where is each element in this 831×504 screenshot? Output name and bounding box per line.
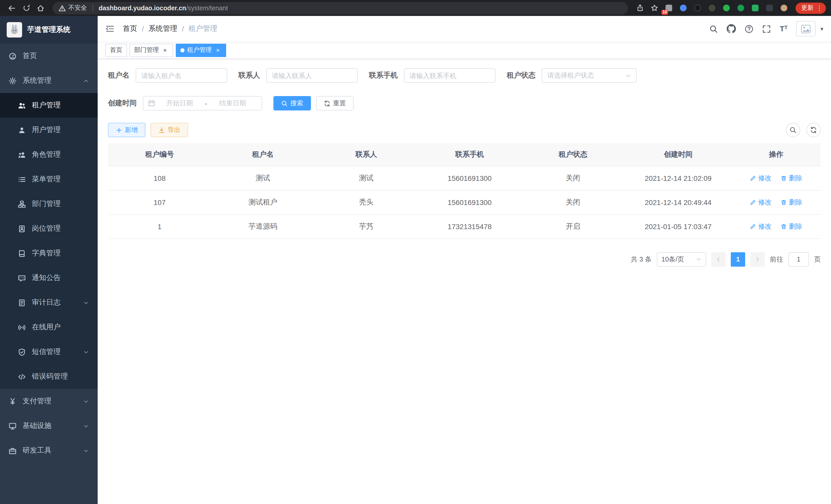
reload-icon[interactable] xyxy=(20,1,33,14)
sidebar-item-role[interactable]: 角色管理 xyxy=(0,142,98,167)
contact-input[interactable] xyxy=(266,68,358,83)
chevron-down-icon xyxy=(83,300,89,305)
chevron-down-icon xyxy=(83,448,89,453)
share-icon[interactable] xyxy=(633,1,647,14)
cell-tenant-name: 测试租户 xyxy=(211,190,315,214)
sidebar-item-online-user[interactable]: 在线用户 xyxy=(0,315,98,339)
active-tab-dot xyxy=(180,48,184,52)
extension-icon[interactable] xyxy=(721,3,731,13)
edit-link[interactable]: 修改 xyxy=(750,198,772,207)
breadcrumb-home[interactable]: 首页 xyxy=(123,24,137,33)
phone-input[interactable] xyxy=(404,68,495,83)
extension-icon[interactable] xyxy=(764,3,774,13)
extension-badge: 10 xyxy=(661,9,668,14)
sidebar-item-dept[interactable]: 部门管理 xyxy=(0,191,98,216)
home-icon[interactable] xyxy=(34,1,47,14)
chip-divider xyxy=(92,5,93,11)
prev-page-button[interactable] xyxy=(711,252,726,266)
avatar[interactable] xyxy=(796,21,816,36)
edit-link[interactable]: 修改 xyxy=(750,173,772,183)
sidebar-item-menu[interactable]: 菜单管理 xyxy=(0,167,98,191)
cell-created: 2021-01-05 17:03:47 xyxy=(625,214,732,238)
delete-link[interactable]: 删除 xyxy=(781,222,802,231)
hide-search-button[interactable] xyxy=(786,123,800,137)
calendar-icon xyxy=(148,100,155,107)
delete-icon xyxy=(781,223,787,229)
sidebar-item-home[interactable]: 首页 xyxy=(0,44,98,68)
browser-update-button[interactable]: 更新 ⋮ xyxy=(796,2,826,13)
address-bar[interactable]: 不安全 dashboard.yudao.iocoder.cn /system/t… xyxy=(52,2,628,14)
caret-down-icon[interactable]: ▾ xyxy=(821,25,823,32)
sidebar-item-notice[interactable]: 通知公告 xyxy=(0,266,98,290)
date-end-placeholder: 结束日期 xyxy=(208,99,257,108)
delete-link[interactable]: 删除 xyxy=(781,173,802,183)
filter-status: 租户状态 请选择租户状态 xyxy=(507,68,637,83)
sidebar-item-payment[interactable]: 支付管理 xyxy=(0,389,98,414)
sidebar-item-sms[interactable]: 短信管理 xyxy=(0,339,98,364)
collapse-sidebar-icon[interactable] xyxy=(105,24,115,33)
tab-tenant[interactable]: 租户管理 × xyxy=(176,43,226,57)
edit-link[interactable]: 修改 xyxy=(750,222,772,231)
col-status: 租户状态 xyxy=(521,143,625,166)
tenant-status-select[interactable]: 请选择租户状态 xyxy=(542,68,637,83)
sidebar-item-audit-log[interactable]: 审计日志 xyxy=(0,290,98,315)
sidebar-item-system[interactable]: 系统管理 xyxy=(0,68,98,93)
extension-glyph xyxy=(680,5,686,11)
browser-menu-icon[interactable]: ⋮ xyxy=(816,5,823,11)
export-button[interactable]: 导出 xyxy=(150,123,188,137)
page-jump-input[interactable] xyxy=(789,252,809,266)
sidebar-item-tenant[interactable]: 租户管理 xyxy=(0,93,98,118)
sidebar-item-user[interactable]: 用户管理 xyxy=(0,118,98,142)
fullscreen-icon[interactable] xyxy=(762,24,771,33)
navbar: 首页 / 系统管理 / 租户管理 TT ▾ xyxy=(98,16,831,41)
sidebar-logo[interactable]: 芋道管理系统 xyxy=(0,16,98,44)
cell-actions: 修改 删除 xyxy=(732,166,821,190)
search-icon[interactable] xyxy=(709,24,718,33)
search-button[interactable]: 搜索 xyxy=(274,96,311,111)
pagination: 共 3 条 10条/页 1 前往 页 xyxy=(108,252,821,266)
page-size-value: 10条/页 xyxy=(661,255,684,264)
back-arrow-icon[interactable] xyxy=(5,1,19,14)
sidebar-item-dict[interactable]: 字典管理 xyxy=(0,241,98,266)
sidebar-item-error-code[interactable]: 错误码管理 xyxy=(0,364,98,389)
page-number-button[interactable]: 1 xyxy=(731,252,745,266)
delete-link[interactable]: 删除 xyxy=(781,198,802,207)
tab-home[interactable]: 首页 xyxy=(105,43,127,57)
total-count: 共 3 条 xyxy=(631,255,652,264)
sidebar-item-infra[interactable]: 基础设施 xyxy=(0,414,98,438)
sidebar-item-devtool[interactable]: 研发工具 xyxy=(0,438,98,463)
security-chip[interactable]: 不安全 xyxy=(59,4,87,12)
filter-contact: 联系人 xyxy=(238,68,358,83)
extension-icon[interactable] xyxy=(750,3,760,13)
next-page-button[interactable] xyxy=(750,252,765,266)
extension-icon[interactable] xyxy=(779,3,789,13)
extension-icon[interactable] xyxy=(707,3,717,13)
refresh-icon xyxy=(324,100,331,107)
update-button-label: 更新 xyxy=(801,4,813,12)
close-icon[interactable]: × xyxy=(214,47,222,54)
tab-dept[interactable]: 部门管理 × xyxy=(130,43,173,57)
help-icon[interactable] xyxy=(745,24,753,33)
status-placeholder: 请选择租户状态 xyxy=(547,71,594,80)
github-icon[interactable] xyxy=(727,24,736,33)
reset-button[interactable]: 重置 xyxy=(316,96,353,111)
tenant-name-input[interactable] xyxy=(136,68,227,83)
post-icon xyxy=(18,225,26,233)
star-icon[interactable] xyxy=(648,1,661,14)
extension-icon[interactable] xyxy=(692,3,703,13)
sidebar-item-post[interactable]: 岗位管理 xyxy=(0,216,98,241)
extension-icon[interactable] xyxy=(736,3,746,13)
extension-icon[interactable] xyxy=(678,3,688,13)
create-time-range-picker[interactable]: 开始日期 - 结束日期 xyxy=(143,96,262,111)
add-button[interactable]: 新增 xyxy=(108,123,145,137)
breadcrumb-system[interactable]: 系统管理 xyxy=(148,24,177,33)
close-icon[interactable]: × xyxy=(161,47,169,54)
navbar-right: TT ▾ xyxy=(709,21,823,36)
page-size-select[interactable]: 10条/页 xyxy=(657,252,706,266)
chevron-down-icon xyxy=(625,73,631,78)
extension-icon[interactable]: 10 xyxy=(663,3,674,13)
dashboard-icon xyxy=(9,52,17,60)
refresh-button[interactable] xyxy=(806,123,821,137)
font-size-icon[interactable]: TT xyxy=(780,25,787,32)
sms-icon xyxy=(18,348,26,356)
